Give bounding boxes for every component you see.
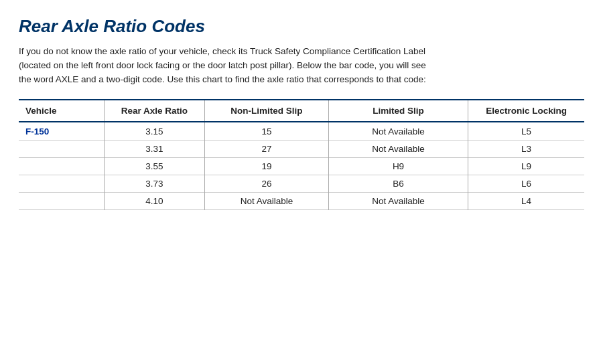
table-row: 3.5519H9L9 [19,158,584,175]
cell-limited-slip: B6 [328,175,468,193]
cell-electronic-locking: L4 [468,193,584,210]
cell-limited-slip: Not Available [328,193,468,210]
page-wrapper: Rear Axle Ratio Codes If you do not know… [0,0,603,364]
cell-limited-slip: H9 [328,158,468,175]
table-header-row: Vehicle Rear Axle Ratio Non-Limited Slip… [19,100,584,122]
cell-vehicle [19,141,104,158]
cell-vehicle [19,158,104,175]
table-row: 4.10Not AvailableNot AvailableL4 [19,193,584,210]
table-row: 3.7326B6L6 [19,175,584,193]
page-title: Rear Axle Ratio Codes [19,16,584,37]
page-description: If you do not know the axle ratio of you… [19,45,434,87]
cell-rear-axle-ratio: 3.55 [104,158,204,175]
cell-electronic-locking: L3 [468,141,584,158]
header-electronic-locking: Electronic Locking [468,100,584,122]
cell-vehicle [19,193,104,210]
cell-limited-slip: Not Available [328,122,468,141]
cell-electronic-locking: L6 [468,175,584,193]
cell-vehicle [19,175,104,193]
header-limited-slip: Limited Slip [328,100,468,122]
cell-non-limited-slip: Not Available [204,193,328,210]
cell-rear-axle-ratio: 4.10 [104,193,204,210]
cell-non-limited-slip: 19 [204,158,328,175]
cell-rear-axle-ratio: 3.15 [104,122,204,141]
cell-rear-axle-ratio: 3.73 [104,175,204,193]
cell-non-limited-slip: 15 [204,122,328,141]
cell-rear-axle-ratio: 3.31 [104,141,204,158]
cell-limited-slip: Not Available [328,141,468,158]
cell-electronic-locking: L5 [468,122,584,141]
cell-non-limited-slip: 26 [204,175,328,193]
axle-ratio-table: Vehicle Rear Axle Ratio Non-Limited Slip… [19,99,584,211]
cell-vehicle: F-150 [19,122,104,141]
cell-electronic-locking: L9 [468,158,584,175]
header-non-limited-slip: Non-Limited Slip [204,100,328,122]
cell-non-limited-slip: 27 [204,141,328,158]
table-wrapper: Vehicle Rear Axle Ratio Non-Limited Slip… [19,99,584,211]
table-row: F-1503.1515Not AvailableL5 [19,122,584,141]
header-vehicle: Vehicle [19,100,104,122]
header-rear-axle-ratio: Rear Axle Ratio [104,100,204,122]
table-row: 3.3127Not AvailableL3 [19,141,584,158]
